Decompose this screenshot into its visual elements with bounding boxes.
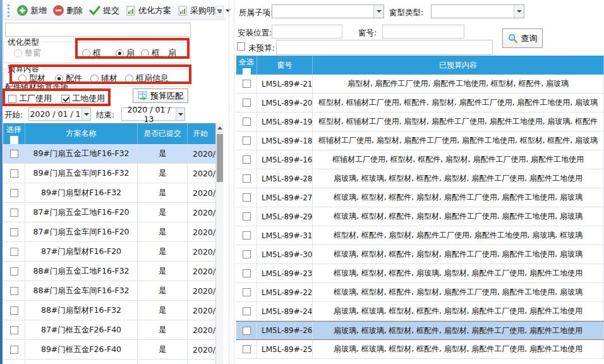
panel-splitter[interactable]	[229, 0, 229, 364]
row-checkbox[interactable]	[10, 228, 18, 236]
plan-name-cell: 87#门框五金F26-F40	[25, 320, 138, 339]
row-checkbox[interactable]	[10, 150, 18, 158]
row-checkbox[interactable]	[10, 267, 18, 276]
add-button[interactable]: 新增	[14, 4, 50, 18]
budget-table-row[interactable]: LM5L-89#-25F23 扇玻璃, 框玻璃, 框型材, 框配件, 扇型材, …	[236, 340, 604, 359]
unbudgeted-checkbox[interactable]	[237, 42, 245, 51]
plan-table-row[interactable]: 89#门扇型材F16-F32 是 2020/0	[3, 183, 224, 203]
select-all-checkbox[interactable]	[10, 136, 18, 144]
radio-option[interactable]: 框、扇	[141, 47, 176, 59]
row-checkbox[interactable]	[243, 307, 251, 315]
budget-table-row[interactable]: LM5L-89#-22F20 框玻璃, 框型材, 框配件, 扇型材, 扇配件工厂…	[236, 283, 604, 302]
delete-button[interactable]: 删除	[50, 4, 86, 18]
chevron-down-icon	[84, 113, 89, 116]
row-checkbox[interactable]	[243, 99, 251, 107]
budget-table-row[interactable]: LM5L-89#-24F22 扇玻璃, 框玻璃, 框型材, 框配件, 扇型材, …	[236, 302, 604, 321]
budget-table-row[interactable]: LM5L-89#-26F24 扇玻璃, 框玻璃, 框型材, 框配件, 扇型材, …	[236, 321, 604, 340]
select-all-checkbox[interactable]	[243, 68, 251, 75]
row-checkbox[interactable]	[243, 327, 251, 335]
plan-table-row[interactable]: 88#门扇型材F16-F32 是 2020/0	[3, 301, 224, 320]
radio-option[interactable]: 扇	[116, 47, 135, 59]
radio-option[interactable]: 框	[82, 47, 101, 59]
plan-table-row[interactable]: 89#门框五金F26-F40 是 2020/0	[3, 340, 224, 360]
row-checkbox[interactable]	[243, 212, 251, 221]
plan-table-row[interactable]: 89#门扇五金工地F16-F32 是 2020/0	[3, 144, 224, 164]
combo-dropdown-button[interactable]	[514, 5, 524, 18]
plan-table-row[interactable]: 87#门扇五金工地F16-F20 是 2020/0	[3, 203, 224, 222]
budget-table-row[interactable]: LM5L-89#-23F21 框玻璃, 框型材, 框配件, 扇玻璃, 扇型材, …	[236, 264, 604, 283]
row-checkbox[interactable]	[10, 189, 18, 197]
row-checkbox[interactable]	[243, 231, 251, 240]
row-checkbox[interactable]	[243, 250, 251, 258]
purchase-detail-button[interactable]: 采购明细	[174, 4, 234, 18]
add-label: 新增	[30, 5, 47, 16]
row-checkbox[interactable]	[243, 136, 251, 145]
radio-label: 框扇信息	[136, 73, 169, 84]
plan-table-row[interactable]: 87#门扇五金车间F16-F20 是 2020/0	[3, 222, 224, 242]
vertical-scrollbar[interactable]	[215, 123, 224, 364]
plan-name-cell: 88#门扇型材F16-F32	[25, 301, 138, 320]
window-no-cell: LM5L-89#-31F29	[257, 226, 313, 245]
budget-table-row[interactable]: LM5L-89#-27F25 框玻璃, 框型材, 框配件, 扇型材, 扇配件工厂…	[236, 188, 604, 207]
install-position-input[interactable]	[272, 25, 342, 39]
optimize-plan-button[interactable]: 优化方案	[123, 4, 174, 18]
chevron-down-icon	[517, 10, 522, 13]
budget-table-row[interactable]: LM5L-89#-21F19 扇型材, 扇配件工厂使用, 扇配件工地使用, 框型…	[236, 75, 604, 94]
row-checkbox[interactable]	[243, 80, 251, 88]
date-dropdown-button[interactable]	[176, 108, 184, 120]
row-checkbox[interactable]	[243, 118, 251, 126]
budget-table-row[interactable]: LM5L-89#-18F16 框辅材工厂使用, 扇型材, 扇配件工厂使用, 扇配…	[236, 131, 604, 150]
row-checkbox[interactable]	[10, 306, 18, 315]
submitted-cell: 是	[138, 262, 188, 281]
checkbox-option[interactable]: 工厂使用	[8, 93, 52, 104]
row-checkbox[interactable]	[10, 346, 18, 354]
window-type-combobox[interactable]	[431, 4, 524, 18]
plan-filter-input[interactable]	[5, 23, 191, 37]
window-no-input[interactable]	[382, 25, 464, 39]
plan-table-row[interactable]: 88#门扇五金车间F16-F32 是 2020/0	[3, 281, 224, 301]
row-checkbox[interactable]	[243, 155, 251, 164]
combo-dropdown-button[interactable]	[373, 5, 384, 18]
scroll-up-button[interactable]	[216, 123, 224, 133]
row-checkbox[interactable]	[243, 193, 251, 202]
optimize-type-options: 整窗 框 扇 框、扇	[3, 45, 191, 61]
budget-table-row[interactable]: LM5L-89#-29F27 框玻璃, 框型材, 框配件, 扇型材, 扇配件工厂…	[236, 207, 604, 226]
budget-table-row[interactable]: LM5L-89#-19F17 框型材, 框辅材工厂使用, 扇型材, 扇配件工厂使…	[236, 112, 604, 131]
row-checkbox[interactable]	[10, 326, 18, 334]
toolbar-grip[interactable]	[8, 4, 9, 17]
date-start-picker[interactable]: 2020 / 01 / 1	[28, 107, 91, 121]
row-checkbox[interactable]	[243, 345, 251, 353]
plan-table-row[interactable]: 87#门扇型材F16-F20 是 2020/0	[3, 242, 224, 262]
budget-table-row[interactable]: LM5L-89#-16F15 框辅材工厂使用, 框型材, 框配件, 扇型材, 扇…	[236, 150, 604, 169]
row-checkbox[interactable]	[10, 209, 18, 217]
plan-table-row[interactable]: 88#门框五金F21-F40 是 2020/0	[3, 360, 224, 364]
row-checkbox[interactable]	[243, 269, 251, 277]
submit-button[interactable]: 提交	[86, 4, 123, 18]
budget-table-row[interactable]: LM5L-89#-31F29 框型材, 框配件, 扇型材, 扇配件工厂使用, 扇…	[236, 226, 604, 245]
date-dropdown-button[interactable]	[82, 108, 90, 120]
scrollbar-thumb[interactable]	[217, 134, 223, 182]
row-checkbox[interactable]	[10, 287, 18, 295]
radio-option[interactable]: 整窗	[14, 47, 41, 59]
date-end-picker[interactable]: 2020 / 01 / 13	[121, 107, 185, 121]
budget-match-button[interactable]: 预算匹配	[133, 88, 188, 103]
radio-option[interactable]: 辅材	[90, 73, 118, 84]
budget-table-row[interactable]: LM5L-89#-20F18 框型材, 框辅材工厂使用, 框配件, 扇型材, 扇…	[236, 94, 604, 112]
toolbar-overflow-button[interactable]	[215, 6, 224, 17]
unbudgeted-input[interactable]	[276, 40, 493, 55]
plan-table-row[interactable]: 87#门框五金F26-F40 是 2020/0	[3, 320, 224, 340]
row-checkbox[interactable]	[243, 288, 251, 296]
row-checkbox[interactable]	[10, 248, 18, 256]
row-checkbox[interactable]	[10, 169, 18, 178]
plan-table-row[interactable]: 88#门扇五金工地F16-F32 是 2020/0	[3, 262, 224, 281]
row-checkbox[interactable]	[243, 174, 251, 183]
docked-panel-strip[interactable]	[0, 0, 3, 364]
checkbox-option[interactable]: 工地使用	[61, 93, 105, 104]
window-no-cell: LM5L-89#-20F18	[257, 94, 313, 112]
sub-item-combobox[interactable]	[272, 4, 384, 18]
radio-option[interactable]: 框扇信息	[125, 73, 169, 84]
query-button[interactable]: 查询	[502, 28, 543, 48]
budget-table-row[interactable]: LM5L-89#-28F26 扇玻璃, 框玻璃, 框型材, 框配件, 扇型材, …	[236, 169, 604, 188]
plan-table-row[interactable]: 89#门扇五金车间F16-F32 是 2020/0	[3, 164, 224, 183]
budget-table-row[interactable]: LM5L-89#-30F28 框玻璃, 框型材, 框配件, 扇型材, 扇配件工厂…	[236, 245, 604, 264]
